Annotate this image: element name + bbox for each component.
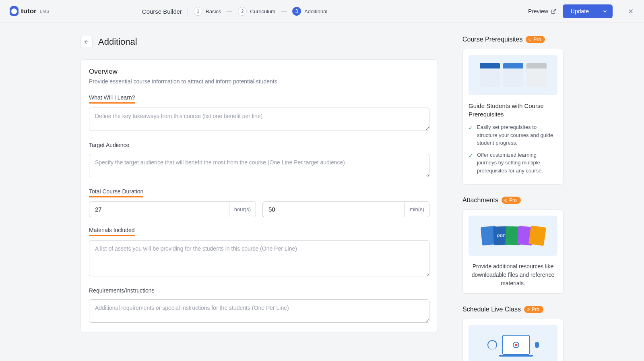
attachments-illustration: PDF xyxy=(469,216,557,256)
materials-label: Materials Included xyxy=(89,227,135,236)
step-basics[interactable]: 1 Basics xyxy=(194,7,221,16)
header: tutor LMS Course Builder 1 Basics 2 Curr… xyxy=(0,0,644,23)
step-additional[interactable]: 3 Additional xyxy=(292,7,327,16)
svg-line-0 xyxy=(553,9,555,12)
requirements-label: Requirements/Instructions xyxy=(89,287,155,295)
preview-label: Preview xyxy=(528,8,548,15)
logo-suffix: LMS xyxy=(40,9,50,14)
prerequisites-points: ✓Easily set prerequisites to structure y… xyxy=(469,123,557,174)
audience-field: Target Audience xyxy=(89,142,429,178)
learn-label: What Will I Learn? xyxy=(89,94,135,104)
step-label: Basics xyxy=(206,8,221,15)
logo[interactable]: tutor LMS xyxy=(10,7,50,16)
breadcrumb: Course Builder 1 Basics 2 Curriculum 3 A… xyxy=(142,7,327,16)
prerequisites-card-title: Guide Students with Course Prerequisites xyxy=(469,102,557,118)
crown-icon: ♔ xyxy=(526,307,530,312)
live-class-card[interactable] xyxy=(462,319,564,361)
check-icon: ✓ xyxy=(469,152,473,175)
external-link-icon xyxy=(551,8,556,14)
step-number: 1 xyxy=(194,7,202,16)
close-button[interactable] xyxy=(627,8,634,15)
pro-badge: ♔ Pro xyxy=(524,306,543,313)
crown-icon: ♔ xyxy=(504,198,508,203)
chevron-down-icon xyxy=(602,8,608,14)
prerequisites-card[interactable]: Guide Students with Course Prerequisites… xyxy=(462,49,564,185)
live-class-title: Schedule Live Class xyxy=(462,306,521,313)
divider xyxy=(281,11,287,12)
broadcast-icon xyxy=(513,342,519,348)
back-button[interactable] xyxy=(80,36,93,48)
update-group: Update xyxy=(563,4,613,18)
prerequisites-section: Course Prerequisites ♔ Pro Guide Student… xyxy=(462,36,564,185)
sidebar: Course Prerequisites ♔ Pro Guide Student… xyxy=(451,36,564,361)
learn-field: What Will I Learn? xyxy=(89,94,429,132)
attachments-title: Attachments xyxy=(462,197,498,204)
attachments-card[interactable]: PDF Provide additional resources like do… xyxy=(462,210,564,294)
requirements-input[interactable] xyxy=(89,299,429,323)
step-curriculum[interactable]: 2 Curriculum xyxy=(238,7,275,16)
step-number: 2 xyxy=(238,7,247,16)
attachments-section: Attachments ♔ Pro PDF Provide additi xyxy=(462,197,564,294)
minutes-group: min(s) xyxy=(262,201,429,217)
step-label: Additional xyxy=(304,8,327,15)
step-label: Curriculum xyxy=(250,8,275,15)
divider xyxy=(227,11,232,12)
logo-text: tutor xyxy=(21,7,37,15)
crown-icon: ♔ xyxy=(528,37,532,42)
live-class-illustration xyxy=(469,325,557,361)
update-button[interactable]: Update xyxy=(563,4,597,18)
minutes-unit: min(s) xyxy=(405,201,429,217)
overview-title: Overview xyxy=(89,68,429,76)
header-actions: Preview Update xyxy=(528,4,634,18)
main-content: Additional Overview Provide essential co… xyxy=(80,36,438,361)
pro-badge: ♔ Pro xyxy=(526,36,545,43)
page-header: Additional xyxy=(80,36,438,48)
headset-icon xyxy=(487,340,497,350)
attachments-text: Provide additional resources like downlo… xyxy=(469,262,557,288)
file-icon xyxy=(528,226,546,246)
mic-icon xyxy=(535,342,539,348)
hours-group: hour(s) xyxy=(89,201,256,217)
hours-input[interactable] xyxy=(89,201,229,217)
learn-input[interactable] xyxy=(89,108,429,131)
arrow-left-icon xyxy=(83,39,90,45)
pro-badge: ♔ Pro xyxy=(502,197,521,204)
check-icon: ✓ xyxy=(469,124,473,147)
laptop-icon xyxy=(502,335,530,355)
close-icon xyxy=(627,8,634,15)
overview-subtitle: Provide essential course information to … xyxy=(89,78,429,85)
prerequisites-title: Course Prerequisites xyxy=(462,36,522,43)
prerequisites-illustration xyxy=(469,55,557,95)
update-dropdown-button[interactable] xyxy=(597,4,613,18)
duration-label: Total Course Duration xyxy=(89,188,143,197)
step-number: 3 xyxy=(292,7,301,16)
minutes-input[interactable] xyxy=(262,201,405,217)
duration-field: Total Course Duration hour(s) min(s) xyxy=(89,188,429,217)
materials-field: Materials Included xyxy=(89,227,429,278)
audience-label: Target Audience xyxy=(89,142,129,150)
tutor-logo-icon xyxy=(10,7,19,16)
hours-unit: hour(s) xyxy=(229,201,256,217)
overview-card: Overview Provide essential course inform… xyxy=(80,59,438,332)
page-title: Additional xyxy=(98,37,137,47)
divider xyxy=(188,8,188,15)
audience-input[interactable] xyxy=(89,154,429,177)
materials-input[interactable] xyxy=(89,240,429,276)
live-class-section: Schedule Live Class ♔ Pro xyxy=(462,306,564,361)
requirements-field: Requirements/Instructions xyxy=(89,287,429,324)
preview-button[interactable]: Preview xyxy=(528,8,556,15)
breadcrumb-title: Course Builder xyxy=(142,8,182,15)
